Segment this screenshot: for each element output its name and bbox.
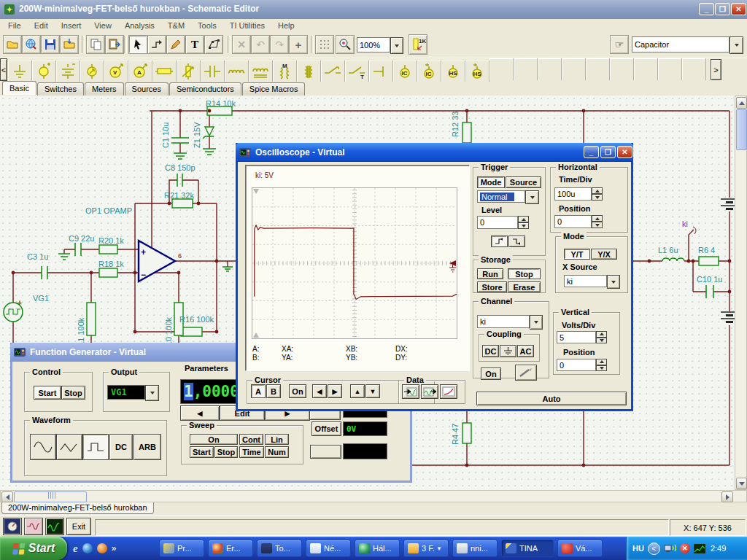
- data-export-button[interactable]: [421, 384, 438, 399]
- fg-offset-button[interactable]: Offset: [311, 421, 341, 436]
- oscilloscope-window[interactable]: Oscilloscope - Virtual _ ❐ ✕ ki: 5V A: X…: [236, 143, 633, 411]
- component-combobox[interactable]: Capacitor: [632, 36, 729, 52]
- sweep-cont-button[interactable]: Cont: [239, 434, 263, 445]
- cursor-a-button[interactable]: A: [251, 384, 266, 398]
- component-combobox-arrow[interactable]: [729, 36, 743, 54]
- task-group-dropdown-arrow[interactable]: ▾: [438, 545, 441, 552]
- task-h-l-[interactable]: Hál...: [355, 540, 400, 557]
- data-import-button[interactable]: [402, 384, 419, 399]
- component-transformer-button[interactable]: [297, 61, 321, 82]
- volts-div-input[interactable]: 5: [557, 331, 596, 343]
- osc-close-button[interactable]: ✕: [617, 146, 632, 158]
- mode-yx-button[interactable]: Y/X: [591, 249, 617, 260]
- trigger-mode-combobox[interactable]: Normal: [477, 190, 525, 203]
- component-controlled-switch-button[interactable]: T: [345, 61, 369, 82]
- component-ground-button[interactable]: [8, 61, 32, 82]
- oscilloscope-tool-button[interactable]: [45, 518, 64, 535]
- sweep-on-button[interactable]: On: [190, 434, 238, 445]
- tab-semiconductors[interactable]: Semiconductors: [169, 82, 241, 96]
- network-tray-icon[interactable]: [664, 543, 676, 553]
- fg-extra-button[interactable]: [310, 445, 341, 459]
- component-inductor-iron-core-button[interactable]: [249, 61, 273, 82]
- component-current-source-button[interactable]: [80, 61, 104, 82]
- pencil-tool-button[interactable]: [166, 35, 185, 54]
- osc-auto-button[interactable]: Auto: [476, 392, 627, 405]
- x-source-combobox[interactable]: ki: [564, 275, 607, 287]
- menu-edit[interactable]: Edit: [28, 19, 55, 32]
- component-picker-hand-button[interactable]: ☞: [610, 35, 629, 54]
- cursor-on-button[interactable]: On: [289, 384, 306, 398]
- component-capacitor-button[interactable]: [201, 61, 225, 82]
- coupling-ac-button[interactable]: AC: [517, 345, 534, 357]
- menu-insert[interactable]: Insert: [55, 19, 88, 32]
- menu-tools[interactable]: Tools: [191, 19, 223, 32]
- osc-title-bar[interactable]: Oscilloscope - Virtual _ ❐ ✕: [236, 143, 633, 162]
- fg-start-button[interactable]: Start: [34, 386, 61, 400]
- undo-button[interactable]: ↶: [251, 35, 270, 54]
- exit-button[interactable]: Exit: [66, 518, 91, 535]
- square-wave-button[interactable]: [82, 434, 109, 460]
- component-inductor-button[interactable]: [225, 61, 249, 82]
- component-voltage-source-button[interactable]: [32, 61, 56, 82]
- security-alert-tray-icon[interactable]: ✕: [680, 543, 690, 553]
- osc-maximize-button[interactable]: ❐: [600, 146, 616, 158]
- browser-quicklaunch-icon[interactable]: [82, 543, 93, 553]
- select-cursor-button[interactable]: [128, 35, 147, 54]
- trigger-source-button[interactable]: Source: [506, 176, 541, 188]
- sheet-tab[interactable]: 200W-minimalveg-FET-belső hurokban: [1, 502, 154, 514]
- open-button[interactable]: [3, 35, 22, 54]
- channel-probe-button[interactable]: [515, 365, 537, 381]
- component-relay-contact-button[interactable]: [369, 61, 393, 82]
- storage-stop-button[interactable]: Stop: [508, 268, 541, 279]
- v-position-input[interactable]: 0: [557, 359, 596, 371]
- sweep-stop-button[interactable]: Stop: [214, 446, 238, 458]
- sine-wave-button[interactable]: [30, 434, 56, 460]
- h-scroll-left-button[interactable]: [1, 491, 13, 502]
- component-battery-button[interactable]: [56, 61, 80, 82]
- component-ic-pin-button[interactable]: IC: [393, 61, 417, 82]
- tab-basic[interactable]: Basic: [2, 81, 36, 95]
- menu-help[interactable]: Help: [271, 19, 301, 32]
- channel-on-button[interactable]: On: [481, 368, 501, 380]
- component-ammeter-button[interactable]: A: [128, 61, 152, 82]
- arb-wave-button[interactable]: ARB: [133, 434, 161, 460]
- v-scroll-up-button[interactable]: [736, 97, 747, 109]
- component-resistor-button[interactable]: [152, 61, 177, 82]
- task-er-[interactable]: Er...: [208, 540, 253, 557]
- language-indicator[interactable]: HU: [632, 544, 644, 553]
- data-curve-button[interactable]: [440, 384, 457, 399]
- menu-ti-utilities[interactable]: TI Utilities: [223, 19, 271, 32]
- component-switch-button[interactable]: [321, 61, 345, 82]
- fg-digit-left-button[interactable]: ◀: [180, 405, 220, 421]
- menu-view[interactable]: View: [88, 19, 118, 32]
- v-scrollbar[interactable]: [735, 96, 747, 490]
- storage-erase-button[interactable]: Erase: [508, 281, 541, 292]
- h-scroll-thumb[interactable]: [14, 491, 87, 502]
- h-scroll-right-button[interactable]: [721, 491, 733, 502]
- tab-spice-macros[interactable]: Spice Macros: [242, 82, 306, 96]
- h-position-input[interactable]: 0: [554, 215, 592, 228]
- component-potentiometer-button[interactable]: [177, 61, 201, 82]
- tray-collapse-chevron-icon[interactable]: <: [648, 542, 660, 555]
- menu-analysis[interactable]: Analysis: [118, 19, 161, 32]
- cursor-right-button[interactable]: ▶: [328, 384, 342, 398]
- task-n-[interactable]: Né...: [306, 540, 351, 557]
- media-quicklaunch-icon[interactable]: [97, 543, 107, 553]
- trigger-falling-edge-button[interactable]: [508, 236, 525, 247]
- polygon-tool-button[interactable]: [204, 35, 223, 54]
- paste-button[interactable]: [105, 35, 124, 54]
- time-div-spinner[interactable]: [592, 187, 603, 201]
- h-position-spinner[interactable]: [592, 215, 603, 228]
- maximize-button[interactable]: ❐: [715, 3, 730, 15]
- analysis-signal-button[interactable]: [24, 518, 43, 535]
- channel-combobox-arrow[interactable]: [530, 315, 543, 330]
- import-button[interactable]: [60, 35, 79, 54]
- minimize-button[interactable]: _: [699, 3, 714, 15]
- component-hs-pin-button[interactable]: HS: [441, 61, 465, 82]
- task-to-[interactable]: To...: [257, 540, 302, 557]
- trigger-mode-combobox-arrow[interactable]: [525, 190, 539, 204]
- crosshair-button[interactable]: +: [289, 35, 308, 54]
- cursor-left-button[interactable]: ◀: [312, 384, 327, 398]
- cursor-b-button[interactable]: B: [266, 384, 281, 398]
- fg-stop-button[interactable]: Stop: [61, 386, 85, 400]
